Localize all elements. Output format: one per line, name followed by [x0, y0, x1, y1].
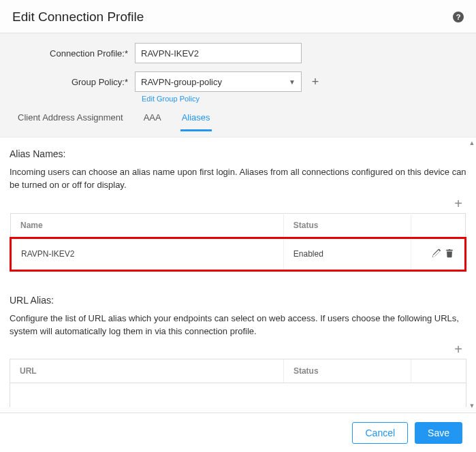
url-alias-description: Configure the list of URL alias which yo…	[10, 312, 466, 338]
trash-icon	[445, 248, 454, 258]
alias-names-table: Name Status RAVPN-IKEV2 Enabled	[10, 213, 466, 272]
alias-status-col-header: Status	[283, 213, 411, 238]
save-button[interactable]: Save	[415, 422, 462, 444]
connection-profile-input[interactable]	[135, 43, 302, 63]
url-alias-title: URL Alias:	[10, 295, 466, 306]
edit-group-policy-link[interactable]: Edit Group Policy	[142, 95, 464, 103]
alias-row-status: Enabled	[283, 238, 411, 270]
tab-client-address-assignment[interactable]: Client Address Assignment	[16, 108, 125, 131]
url-actions-col-header	[411, 359, 466, 383]
alias-names-title: Alias Names:	[10, 148, 466, 159]
connection-profile-label: Connection Profile:*	[12, 48, 135, 59]
group-policy-label: Group Policy:*	[12, 77, 135, 87]
table-row-empty	[10, 383, 466, 407]
url-alias-section: URL Alias: Configure the list of URL ali…	[10, 295, 466, 407]
tab-aaa[interactable]: AAA	[142, 108, 163, 131]
scroll-up-icon[interactable]: ▲	[469, 139, 475, 147]
chevron-down-icon: ▼	[289, 78, 296, 86]
tab-aliases[interactable]: Aliases	[180, 108, 212, 131]
alias-actions-col-header	[411, 213, 465, 238]
add-alias-name-button[interactable]: +	[454, 196, 462, 212]
add-url-alias-button[interactable]: +	[454, 342, 462, 357]
alias-names-description: Incoming users can choose an alias name …	[10, 166, 466, 192]
alias-names-section: Alias Names: Incoming users can choose a…	[10, 148, 466, 272]
scroll-down-icon[interactable]: ▼	[469, 402, 475, 410]
delete-alias-button[interactable]	[444, 251, 455, 260]
group-policy-select[interactable]: RAVPN-group-policy ▼	[135, 71, 302, 92]
pencil-icon	[432, 248, 441, 258]
url-col-header: URL	[10, 359, 283, 383]
page-title: Edit Connection Profile	[12, 10, 144, 25]
group-policy-value: RAVPN-group-policy	[141, 77, 222, 87]
url-alias-table: URL Status	[10, 359, 466, 407]
cancel-button[interactable]: Cancel	[352, 422, 408, 444]
help-icon[interactable]: ?	[453, 12, 464, 22]
alias-name-col-header: Name	[11, 213, 284, 238]
url-status-col-header: Status	[283, 359, 411, 383]
edit-alias-button[interactable]	[431, 251, 444, 260]
table-row: RAVPN-IKEV2 Enabled	[11, 238, 466, 270]
alias-row-name: RAVPN-IKEV2	[11, 238, 284, 270]
add-group-policy-button[interactable]: +	[308, 75, 322, 88]
